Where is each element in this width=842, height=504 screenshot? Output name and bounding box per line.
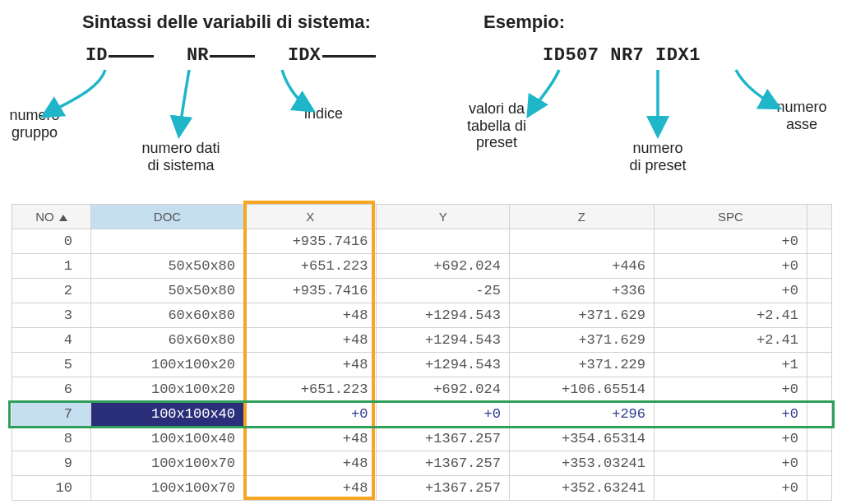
cell-y[interactable] [377,229,509,254]
cell-y[interactable]: +0 [377,402,509,427]
cell-doc[interactable] [91,229,244,254]
cell-spc[interactable]: +1 [655,353,807,377]
header-x[interactable]: X [244,205,377,229]
cell-empty[interactable] [807,279,832,303]
header-no[interactable]: NO [12,205,91,229]
cell-z[interactable]: +353.03241 [509,451,654,476]
cell-z[interactable] [509,229,654,254]
table-row[interactable]: 150x50x80+651.223+692.024+446+0 [12,254,832,279]
cell-no[interactable]: 5 [12,353,91,377]
annotation-axis-number: numeroasse [765,99,839,132]
table-row[interactable]: 8100x100x40+48+1367.257+354.65314+0 [12,427,832,451]
cell-no[interactable]: 8 [12,427,91,451]
cell-spc[interactable]: +0 [655,451,807,476]
cell-y[interactable]: +692.024 [377,254,509,279]
annotation-group-number: numerogruppo [0,107,72,141]
cell-no[interactable]: 9 [12,451,91,476]
cell-no[interactable]: 0 [12,229,91,254]
table-row[interactable]: 7100x100x40+0+0+296+0 [12,402,832,427]
cell-empty[interactable] [807,427,832,451]
cell-empty[interactable] [807,353,832,377]
cell-y[interactable]: +1294.543 [377,353,509,377]
table-row[interactable]: 9100x100x70+48+1367.257+353.03241+0 [12,451,832,476]
cell-x[interactable]: +0 [244,402,377,427]
cell-z[interactable]: +354.65314 [509,427,654,451]
header-doc[interactable]: DOC [91,205,244,229]
cell-x[interactable]: +48 [244,303,377,328]
cell-doc[interactable]: 100x100x40 [91,402,244,427]
cell-empty[interactable] [807,476,832,501]
cell-no[interactable]: 1 [12,254,91,279]
cell-empty[interactable] [807,402,832,427]
cell-empty[interactable] [807,451,832,476]
cell-no[interactable]: 6 [12,377,91,402]
cell-spc[interactable]: +0 [655,254,807,279]
header-spc[interactable]: SPC [655,205,807,229]
cell-y[interactable]: +1294.543 [377,303,509,328]
cell-doc[interactable]: 50x50x80 [91,279,244,303]
cell-spc[interactable]: +0 [655,402,807,427]
cell-x[interactable]: +48 [244,451,377,476]
cell-x[interactable]: +935.7416 [244,279,377,303]
header-no-label: NO [35,210,54,224]
cell-z[interactable]: +296 [509,402,654,427]
cell-spc[interactable]: +2.41 [655,303,807,328]
cell-z[interactable]: +106.65514 [509,377,654,402]
cell-doc[interactable]: 60x60x80 [91,328,244,353]
cell-spc[interactable]: +0 [655,476,807,501]
cell-z[interactable]: +371.629 [509,303,654,328]
cell-x[interactable]: +48 [244,328,377,353]
cell-y[interactable]: +1367.257 [377,427,509,451]
cell-no[interactable]: 4 [12,328,91,353]
cell-x[interactable]: +651.223 [244,377,377,402]
table-row[interactable]: 6100x100x20+651.223+692.024+106.65514+0 [12,377,832,402]
cell-y[interactable]: +1367.257 [377,476,509,501]
cell-empty[interactable] [807,377,832,402]
table-row[interactable]: 250x50x80+935.7416-25+336+0 [12,279,832,303]
cell-x[interactable]: +48 [244,353,377,377]
cell-z[interactable]: +352.63241 [509,476,654,501]
cell-z[interactable]: +371.229 [509,353,654,377]
cell-no[interactable]: 7 [12,402,91,427]
syntax-title: Sintassi delle variabili di sistema: [82,12,371,33]
header-z[interactable]: Z [509,205,654,229]
cell-empty[interactable] [807,303,832,328]
cell-y[interactable]: -25 [377,279,509,303]
cell-no[interactable]: 3 [12,303,91,328]
cell-doc[interactable]: 100x100x40 [91,427,244,451]
cell-z[interactable]: +371.629 [509,328,654,353]
cell-no[interactable]: 2 [12,279,91,303]
table-row[interactable]: 5100x100x20+48+1294.543+371.229+1 [12,353,832,377]
header-y[interactable]: Y [377,205,509,229]
cell-doc[interactable]: 100x100x20 [91,377,244,402]
cell-doc[interactable]: 100x100x70 [91,451,244,476]
cell-spc[interactable]: +2.41 [655,328,807,353]
table-row[interactable]: 460x60x80+48+1294.543+371.629+2.41 [12,328,832,353]
cell-empty[interactable] [807,229,832,254]
cell-doc[interactable]: 100x100x70 [91,476,244,501]
cell-spc[interactable]: +0 [655,229,807,254]
cell-doc[interactable]: 60x60x80 [91,303,244,328]
annotation-preset-number: numerodi preset [617,140,699,173]
cell-empty[interactable] [807,254,832,279]
cell-doc[interactable]: 50x50x80 [91,254,244,279]
cell-y[interactable]: +1367.257 [377,451,509,476]
cell-y[interactable]: +1294.543 [377,328,509,353]
cell-empty[interactable] [807,328,832,353]
cell-x[interactable]: +935.7416 [244,229,377,254]
cell-spc[interactable]: +0 [655,427,807,451]
cell-z[interactable]: +446 [509,254,654,279]
cell-spc[interactable]: +0 [655,377,807,402]
cell-x[interactable]: +651.223 [244,254,377,279]
arrow-to-index [282,70,311,109]
cell-y[interactable]: +692.024 [377,377,509,402]
cell-no[interactable]: 10 [12,476,91,501]
table-row[interactable]: 0+935.7416+0 [12,229,832,254]
table-row[interactable]: 10100x100x70+48+1367.257+352.63241+0 [12,476,832,501]
cell-z[interactable]: +336 [509,279,654,303]
cell-x[interactable]: +48 [244,427,377,451]
cell-x[interactable]: +48 [244,476,377,501]
cell-spc[interactable]: +0 [655,279,807,303]
cell-doc[interactable]: 100x100x20 [91,353,244,377]
table-row[interactable]: 360x60x80+48+1294.543+371.629+2.41 [12,303,832,328]
